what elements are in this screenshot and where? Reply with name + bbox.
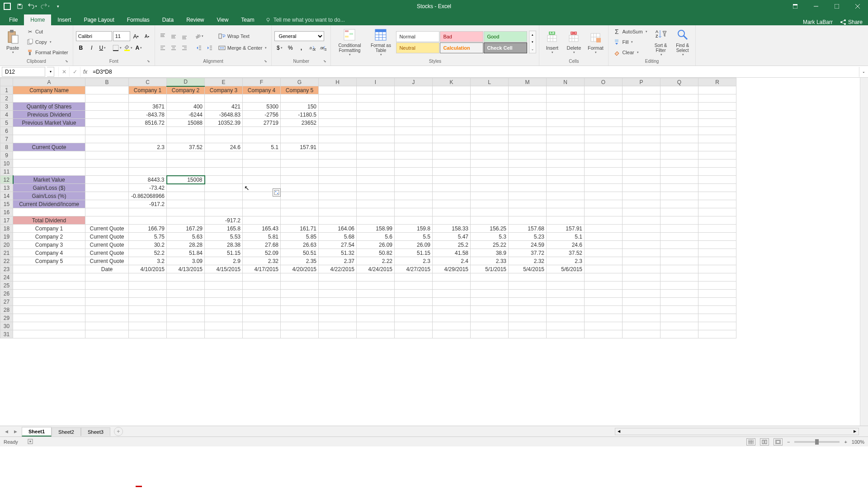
cell-D30[interactable] — [167, 322, 205, 330]
autofill-options-icon[interactable] — [273, 188, 281, 197]
cell-M12[interactable] — [509, 176, 547, 184]
cell-L9[interactable] — [471, 151, 509, 160]
cell-E13[interactable] — [205, 184, 243, 192]
align-right-icon[interactable] — [179, 43, 189, 53]
cell-K20[interactable]: 25.2 — [433, 241, 471, 249]
cell-E8[interactable]: 24.6 — [205, 143, 243, 151]
row-header-21[interactable]: 21 — [0, 249, 13, 257]
cell-D22[interactable]: 3.09 — [167, 257, 205, 265]
cell-R17[interactable] — [698, 216, 736, 225]
cell-H6[interactable] — [319, 127, 357, 135]
cell-P8[interactable] — [623, 143, 660, 151]
cell-H2[interactable] — [319, 94, 357, 103]
cell-O26[interactable] — [585, 290, 623, 298]
cell-E30[interactable] — [205, 322, 243, 330]
align-left-icon[interactable] — [158, 43, 168, 53]
tab-view[interactable]: View — [211, 14, 235, 25]
cell-J23[interactable]: 4/27/2015 — [395, 265, 433, 273]
cell-D7[interactable] — [167, 135, 205, 143]
cell-F8[interactable]: 5.1 — [243, 143, 281, 151]
decrease-decimal-icon[interactable]: .00.0 — [318, 43, 328, 53]
cell-H23[interactable]: 4/22/2015 — [319, 265, 357, 273]
cell-A16[interactable] — [13, 208, 85, 216]
cell-G27[interactable] — [281, 298, 319, 306]
cell-Q1[interactable] — [660, 86, 698, 94]
cell-M25[interactable] — [509, 282, 547, 290]
cell-Q28[interactable] — [660, 306, 698, 314]
cell-L27[interactable] — [471, 298, 509, 306]
cell-E18[interactable]: 165.8 — [205, 225, 243, 233]
styles-gallery-spinner[interactable]: ▴▾⌄ — [529, 31, 536, 53]
cell-A27[interactable] — [13, 298, 85, 306]
cell-N7[interactable] — [547, 135, 585, 143]
cell-P16[interactable] — [623, 208, 660, 216]
sort-filter-button[interactable]: AZSort & Filter▾ — [651, 27, 671, 57]
clipboard-launcher-icon[interactable]: ⬊ — [65, 59, 69, 64]
cell-J11[interactable] — [395, 168, 433, 176]
cell-R27[interactable] — [698, 298, 736, 306]
cell-B12[interactable] — [85, 176, 129, 184]
cell-O8[interactable] — [585, 143, 623, 151]
user-name[interactable]: Mark LaBarr — [803, 19, 833, 25]
col-header-J[interactable]: J — [395, 78, 433, 86]
row-header-3[interactable]: 3 — [0, 103, 13, 111]
cell-H25[interactable] — [319, 282, 357, 290]
cell-O1[interactable] — [585, 86, 623, 94]
cell-F10[interactable] — [243, 160, 281, 168]
style-bad[interactable]: Bad — [440, 31, 483, 42]
cell-A11[interactable] — [13, 168, 85, 176]
cut-button[interactable]: ✂Cut — [24, 27, 70, 37]
clear-button[interactable]: Clear▾ — [611, 47, 649, 57]
cell-L17[interactable] — [471, 216, 509, 225]
cell-O9[interactable] — [585, 151, 623, 160]
cell-J12[interactable] — [395, 176, 433, 184]
cell-B14[interactable] — [85, 192, 129, 200]
increase-font-icon[interactable]: A▴ — [131, 31, 141, 41]
cell-A25[interactable] — [13, 282, 85, 290]
cell-H3[interactable] — [319, 103, 357, 111]
cell-K22[interactable]: 2.4 — [433, 257, 471, 265]
fx-icon[interactable]: fx — [80, 69, 90, 75]
cell-Q22[interactable] — [660, 257, 698, 265]
cell-O6[interactable] — [585, 127, 623, 135]
increase-decimal-icon[interactable]: .0.00 — [307, 43, 317, 53]
row-header-24[interactable]: 24 — [0, 273, 13, 282]
macro-record-icon[interactable] — [27, 438, 33, 446]
cell-L28[interactable] — [471, 306, 509, 314]
cell-P25[interactable] — [623, 282, 660, 290]
cell-D5[interactable]: 15088 — [167, 119, 205, 127]
cell-O31[interactable] — [585, 330, 623, 338]
cell-I9[interactable] — [357, 151, 395, 160]
cell-G25[interactable] — [281, 282, 319, 290]
cell-E26[interactable] — [205, 290, 243, 298]
cell-D31[interactable] — [167, 330, 205, 338]
fill-button[interactable]: Fill▾ — [611, 37, 649, 47]
cell-G29[interactable] — [281, 314, 319, 322]
cell-K2[interactable] — [433, 94, 471, 103]
cell-P2[interactable] — [623, 94, 660, 103]
cell-F29[interactable] — [243, 314, 281, 322]
style-calculation[interactable]: Calculation — [440, 42, 483, 53]
cell-Q27[interactable] — [660, 298, 698, 306]
cell-N1[interactable] — [547, 86, 585, 94]
cell-E20[interactable]: 28.38 — [205, 241, 243, 249]
cell-K28[interactable] — [433, 306, 471, 314]
cell-K8[interactable] — [433, 143, 471, 151]
cell-M29[interactable] — [509, 314, 547, 322]
cell-O22[interactable] — [585, 257, 623, 265]
cell-R15[interactable] — [698, 200, 736, 208]
cell-J6[interactable] — [395, 127, 433, 135]
cell-I28[interactable] — [357, 306, 395, 314]
cell-M11[interactable] — [509, 168, 547, 176]
cell-M21[interactable]: 37.72 — [509, 249, 547, 257]
cell-I22[interactable]: 2.22 — [357, 257, 395, 265]
cell-F31[interactable] — [243, 330, 281, 338]
cell-B20[interactable]: Current Quote — [85, 241, 129, 249]
cell-J21[interactable]: 51.15 — [395, 249, 433, 257]
cell-F20[interactable]: 27.68 — [243, 241, 281, 249]
row-header-4[interactable]: 4 — [0, 111, 13, 119]
cell-N26[interactable] — [547, 290, 585, 298]
cell-D3[interactable]: 400 — [167, 103, 205, 111]
percent-format-icon[interactable]: % — [285, 43, 295, 53]
cell-R16[interactable] — [698, 208, 736, 216]
